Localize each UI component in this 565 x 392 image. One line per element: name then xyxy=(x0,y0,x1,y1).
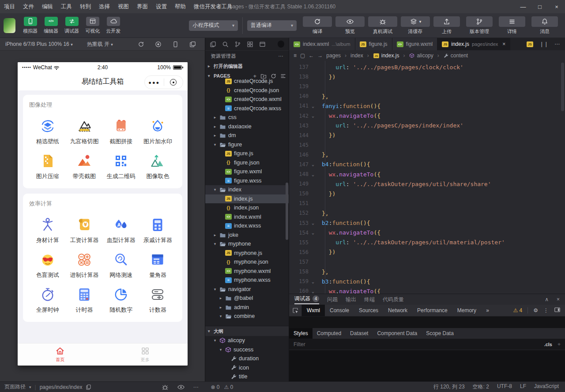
tree-item-createQrcode.json[interactable]: {}createQrcode.json xyxy=(205,86,289,95)
breadcrumb-item-content[interactable]: content xyxy=(443,52,468,59)
devtools-tab-Sources[interactable]: Sources xyxy=(354,305,383,316)
code-editor[interactable]: 137 url: '../../pagesB/pages/clock/clock… xyxy=(289,61,565,294)
status-more-icon[interactable]: ⋯ xyxy=(193,384,198,390)
eol-setting[interactable]: LF xyxy=(520,383,526,391)
more-icon[interactable]: ⋯ xyxy=(554,41,560,47)
tree-item-createQrcode.wxss[interactable]: ≡createQrcode.wxss xyxy=(205,104,289,113)
tree-item-navigator[interactable]: ▾navigator xyxy=(205,285,289,294)
style-tab-Scope-Data[interactable]: Scope Data xyxy=(422,328,458,339)
fold-chevron-icon[interactable]: ⌄ xyxy=(309,230,317,235)
back-arrow-icon[interactable]: ← xyxy=(309,52,314,59)
settings-gear-icon[interactable]: ⚙ xyxy=(533,307,538,314)
window-icon[interactable] xyxy=(259,41,266,48)
tabbar-item-首页[interactable]: 首页 xyxy=(18,343,103,366)
devtools-tab-Performance[interactable]: Performance xyxy=(412,305,452,316)
tree-item-index.json[interactable]: {}index.json xyxy=(205,203,289,213)
app-item-截图拼接[interactable]: 截图拼接 xyxy=(103,112,139,146)
panel-tab-调试器[interactable]: 调试器4 xyxy=(294,295,319,304)
预览-button[interactable]: 预览 xyxy=(335,16,365,35)
tree-item-dm[interactable]: ▸dm xyxy=(205,131,289,140)
menu-item[interactable]: 工具 xyxy=(57,3,76,11)
warning-count[interactable]: ⚠ 0 xyxy=(224,384,233,390)
app-item-计时器[interactable]: 计时器 xyxy=(66,280,102,315)
breadcrumb-item-pages[interactable]: pages xyxy=(326,52,341,59)
fold-chevron-icon[interactable]: ⌄ xyxy=(309,113,317,118)
fold-chevron-icon[interactable]: ⌄ xyxy=(309,104,317,108)
tree-item-joke[interactable]: ▸joke xyxy=(205,231,289,240)
multi-window-icon[interactable] xyxy=(189,41,196,48)
tree-item-index[interactable]: ▾index xyxy=(205,185,289,194)
add-style-button[interactable]: + xyxy=(557,341,561,347)
editor-scrollbar[interactable] xyxy=(561,63,564,111)
devtools-tab-Memory[interactable]: Memory xyxy=(452,305,481,316)
tree-item-figure.wxml[interactable]: <>figure.wxml xyxy=(205,167,289,176)
indent-setting[interactable]: 空格: 2 xyxy=(473,383,489,391)
menu-item[interactable]: 帮助 xyxy=(171,3,190,11)
collapse-panel-icon[interactable]: ∧ xyxy=(545,296,549,302)
status-eye-icon[interactable] xyxy=(177,384,185,391)
breadcrumb-item-index.js[interactable]: JSindex.js xyxy=(373,52,399,59)
app-item-身材计算[interactable]: 身材计算 xyxy=(29,210,66,245)
panel-tab-问题[interactable]: 问题 xyxy=(327,296,338,303)
outline-section[interactable]: ▾ 大纲 xyxy=(205,326,289,336)
tree-item-index.js[interactable]: JSindex.js xyxy=(205,194,289,204)
版本管理-button[interactable]: 版本管理 xyxy=(466,16,493,35)
可视化-button[interactable]: 可视化 xyxy=(82,17,103,34)
maximize-button[interactable]: □ xyxy=(531,4,548,10)
cursor-position[interactable]: 行 120, 列 23 xyxy=(433,383,465,391)
menu-item[interactable]: 设置 xyxy=(152,3,171,11)
devtools-overflow-icon[interactable]: » xyxy=(481,305,494,316)
fold-chevron-icon[interactable]: ⌄ xyxy=(309,220,317,225)
tree-item-title[interactable]: title xyxy=(205,372,289,381)
filter-input[interactable]: Filter xyxy=(294,341,305,347)
menu-item[interactable]: 微信开发者工具 xyxy=(190,3,237,11)
panel-tab-终端[interactable]: 终端 xyxy=(364,296,375,303)
云开发-button[interactable]: 云开发 xyxy=(103,17,124,34)
wxml-tree-area[interactable] xyxy=(289,317,565,328)
js-file-icon[interactable]: JS xyxy=(527,41,533,47)
menu-item[interactable]: 文件 xyxy=(19,3,38,11)
git-icon[interactable] xyxy=(234,41,241,48)
tree-item-myphone[interactable]: ▾myphone xyxy=(205,239,289,249)
tree-item-figure.js[interactable]: JSfigure.js xyxy=(205,149,289,158)
tree-item-myphone.js[interactable]: JSmyphone.js xyxy=(205,249,289,258)
files-icon[interactable] xyxy=(210,41,216,48)
breadcrumb-item-alicopy[interactable]: alicopy xyxy=(409,52,433,59)
page-path-select[interactable]: 页面路径▾ xyxy=(4,383,31,391)
editor-tab-index.wxml[interactable]: <>index.wxml...\album xyxy=(289,38,355,50)
tree-item-createQrcode.js[interactable]: JScreateQrcode.js xyxy=(205,77,289,86)
extensions-grid-icon[interactable] xyxy=(247,41,253,48)
tree-item-alicopy[interactable]: ▾alicopy xyxy=(205,336,289,345)
more-icon[interactable]: ⋯ xyxy=(279,53,284,59)
menu-item[interactable]: 界面 xyxy=(133,3,152,11)
app-item-全屏时钟[interactable]: 全屏时钟 xyxy=(29,280,66,315)
tree-item-duration[interactable]: duration xyxy=(205,354,289,363)
warning-count[interactable]: ⚠ 4 xyxy=(513,307,522,314)
device-select[interactable]: iPhone 6/7/8 Plus 100% 16 ▾ xyxy=(5,41,73,47)
styles-content[interactable] xyxy=(289,350,565,381)
清缓存-button[interactable]: ▾清缓存 xyxy=(401,16,430,35)
encoding-setting[interactable]: UTF-8 xyxy=(497,383,512,391)
tabbar-item-更多[interactable]: 更多 xyxy=(103,343,188,366)
app-item-生成二维码[interactable]: 生成二维码 xyxy=(103,146,139,181)
refresh-icon[interactable] xyxy=(138,41,144,48)
inspect-element-icon[interactable] xyxy=(289,305,302,316)
app-mode-select[interactable]: 小程序模式▾ xyxy=(189,20,238,31)
editor-tab-figure.js[interactable]: JSfigure.js xyxy=(355,38,392,50)
phone-frame-icon[interactable] xyxy=(172,41,179,48)
bookmark-icon[interactable]: ▢ xyxy=(300,52,305,59)
app-item-九宫格切图[interactable]: 九宫格切图 xyxy=(66,112,102,146)
tree-item-figure[interactable]: ▾figure xyxy=(205,140,289,149)
fold-chevron-icon[interactable]: ⌄ xyxy=(309,172,317,177)
tree-item-icon[interactable]: icon xyxy=(205,363,289,373)
消息-button[interactable]: 消息 xyxy=(531,16,558,35)
app-item-亲戚计算器[interactable]: 亲戚计算器 xyxy=(139,210,176,245)
app-item-图片加水印[interactable]: 图片加水印 xyxy=(139,112,176,146)
close-panel-icon[interactable]: × xyxy=(557,296,560,302)
breadcrumb-item-index[interactable]: index xyxy=(350,52,363,59)
编译-button[interactable]: 编译 xyxy=(303,16,332,35)
minimize-button[interactable]: — xyxy=(515,4,531,10)
menu-item[interactable]: 项目 xyxy=(0,3,19,11)
style-tab-Dataset[interactable]: Dataset xyxy=(346,328,373,339)
app-item-量角器[interactable]: 量角器 xyxy=(139,245,176,280)
